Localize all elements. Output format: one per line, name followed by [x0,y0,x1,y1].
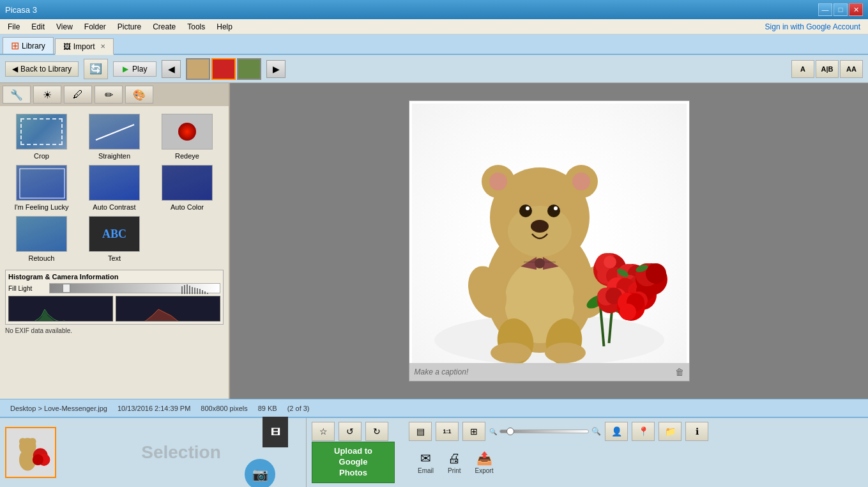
redeye-thumbnail [162,114,213,150]
actual-size-button[interactable]: 1:1 [436,422,459,441]
svg-point-78 [29,438,36,445]
crop-thumbnail [16,114,67,150]
minimize-button[interactable]: — [818,3,832,16]
close-button[interactable]: ✕ [849,3,863,16]
email-button[interactable]: ✉ Email [413,448,439,477]
tab-close-icon[interactable]: ✕ [100,43,105,50]
upload-button[interactable]: Upload to Google Photos [312,442,395,483]
file-path: Desktop > Love-Messenger.jpg [10,405,107,412]
export-button[interactable]: 📤 Export [470,448,499,477]
crop-label: Crop [34,152,49,160]
svg-rect-12 [207,293,208,294]
menu-picture[interactable]: Picture [112,21,146,33]
fill-light-thumb[interactable] [63,284,70,293]
delete-caption-icon[interactable]: 🗑 [675,367,684,377]
menu-help[interactable]: Help [211,21,238,33]
menu-create[interactable]: Create [148,21,181,33]
bottom-toolbar-top: ☆ ↺ ↻ ▤ 1:1 ⊞ 🔍 🔍 👤 📍 📁 ℹ [312,422,863,441]
info-button[interactable]: ℹ [685,422,708,441]
window-controls: — □ ✕ [818,3,863,16]
svg-point-31 [547,205,560,217]
svg-rect-4 [187,284,188,294]
sidebar-tab-effects[interactable]: 🖊 [64,86,92,104]
zoom-slider[interactable] [499,429,589,433]
svg-point-49 [604,256,616,268]
star-button[interactable]: ☆ [312,422,335,441]
paint-icon: 🎨 [133,89,146,101]
menu-edit[interactable]: Edit [26,21,50,33]
svg-point-77 [19,438,26,445]
fullscreen-button[interactable]: ⊞ [462,422,485,441]
bottom-toolbar-bottom: Upload to Google Photos ✉ Email 🖨 Print … [312,442,863,483]
tool-crop[interactable]: Crop [8,114,75,160]
sidebar-tab-color[interactable]: 🎨 [125,86,153,104]
histogram-graphs [8,296,220,321]
file-date: 10/13/2016 2:14:39 PM [118,405,190,412]
exif-info: No EXIF data available. [0,325,229,337]
email-icon: ✉ [420,451,431,466]
lucky-thumbnail [16,165,67,201]
maximize-button[interactable]: □ [834,3,848,16]
content-toolbar: ◀ Back to Library 🔄 ▶ Play ◀ ▶ A A|B AA [0,55,868,83]
tool-retouch[interactable]: Retouch [8,216,75,262]
print-button[interactable]: 🖨 Print [443,449,466,477]
contrast-thumbnail [89,165,140,201]
text-aa-button[interactable]: AA [840,60,863,78]
rotate-left-button[interactable]: ↺ [339,422,362,441]
location-button[interactable]: 📍 [632,422,655,441]
image-area: Make a caption! 🗑 [230,83,868,399]
svg-point-69 [620,304,636,320]
person-button[interactable]: 👤 [605,422,628,441]
fill-light-slider[interactable] [49,283,220,293]
rotate-button[interactable]: 🔄 [84,59,108,79]
tool-contrast[interactable]: Auto Contrast [80,165,148,211]
film-icon: 🎞 [263,417,288,447]
sidebar-tabs: 🔧 ☀ 🖊 ✏ 🎨 [0,83,229,106]
camera-icon: 📷 [245,459,275,487]
color-label: Auto Color [171,203,204,211]
menu-file[interactable]: File [3,21,25,33]
caption-text[interactable]: Make a caption! [415,367,469,376]
play-button[interactable]: ▶ Play [113,61,156,77]
rotate-right-button[interactable]: ↻ [365,422,388,441]
sidebar-tab-tune[interactable]: ☀ [33,86,61,104]
tool-text[interactable]: ABC Text [80,216,148,262]
menu-tools[interactable]: Tools [182,21,210,33]
text-label: Text [108,254,121,262]
sidebar-tab-pencil[interactable]: ✏ [95,86,123,104]
thumb-3[interactable] [237,58,261,80]
tab-library[interactable]: ⊞ Library [3,37,54,54]
thumb-2[interactable] [211,58,236,80]
tab-import-label: Import [73,42,95,51]
bottom-thumbnail[interactable] [5,427,56,478]
svg-point-29 [572,173,590,190]
film-strip-button[interactable]: ▤ [409,422,432,441]
prev-button[interactable]: ◀ [162,60,181,78]
tool-redeye[interactable]: Redeye [153,114,221,160]
thumb-1[interactable] [186,58,210,80]
back-to-library-button[interactable]: ◀ Back to Library [5,61,79,77]
tool-color[interactable]: Auto Color [153,165,221,211]
zoom-max-icon: 🔍 [591,427,601,436]
svg-point-72 [646,263,666,284]
zoom-thumb[interactable] [506,428,514,435]
svg-point-33 [554,206,558,210]
status-bar: Desktop > Love-Messenger.jpg 10/13/2016 … [0,399,868,417]
text-a-button[interactable]: A [791,60,814,78]
sun-icon: ☀ [43,89,52,101]
back-to-library-label: Back to Library [20,65,72,73]
tab-import[interactable]: 🖼 Import ✕ [55,38,114,55]
text-ab-button[interactable]: A|B [816,60,839,78]
sidebar-tab-tools[interactable]: 🔧 [3,86,31,104]
menu-items: File Edit View Folder Picture Create Too… [3,21,238,33]
folder-button[interactable]: 📁 [659,422,681,441]
app-title: Picasa 3 [5,5,37,15]
next-button[interactable]: ▶ [266,60,286,78]
sign-in-link[interactable]: Sign in with Google Account [765,22,860,31]
retouch-thumbnail [16,216,67,252]
tool-straighten[interactable]: Straighten [80,114,148,160]
menu-view[interactable]: View [51,21,78,33]
menu-folder[interactable]: Folder [79,21,111,33]
tool-lucky[interactable]: I'm Feeling Lucky [8,165,75,211]
print-label: Print [448,467,461,474]
